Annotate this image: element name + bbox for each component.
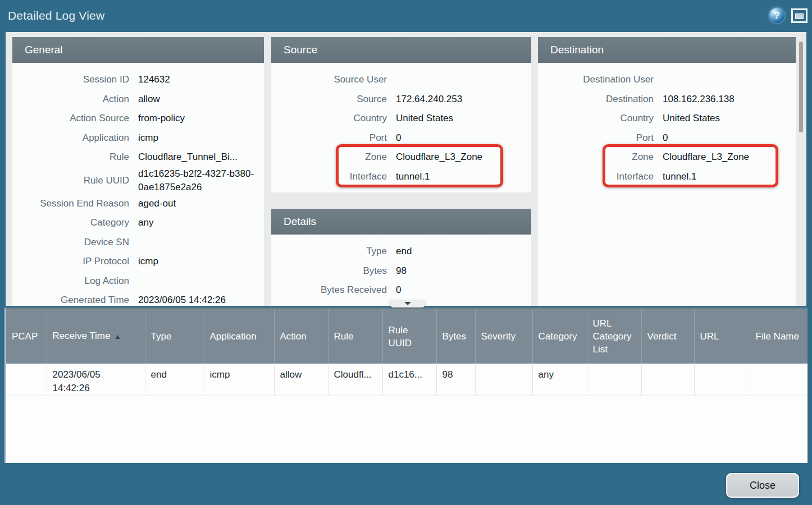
field-label: Bytes [271, 265, 387, 277]
field-value: 2023/06/05 14:42:26 [129, 293, 264, 306]
field-log-action: Log Action [12, 272, 264, 291]
column-header-category[interactable]: Category [532, 309, 587, 364]
field-destination-interface: Interface tunnel.1 [538, 167, 796, 187]
field-value: tunnel.1 [654, 170, 796, 183]
field-value: 108.162.236.138 [654, 93, 796, 106]
log-table-row[interactable]: 2023/06/05 14:42:26 end icmp allow Cloud… [6, 364, 808, 396]
field-label: Session ID [12, 74, 129, 85]
cell-rule-uuid: d1c16... [382, 364, 436, 396]
column-label: URL [700, 331, 719, 342]
field-label: Application [12, 132, 129, 144]
field-destination-address: Destination 108.162.236.138 [538, 90, 796, 109]
source-panel: Source Source User Source 172.64.240.253… [271, 37, 531, 192]
destination-panel-header: Destination [538, 37, 796, 63]
field-label: Port [538, 132, 654, 144]
field-destination-port: Port 0 [538, 128, 796, 148]
detail-panels-area: General Session ID 124632 Action allow A… [6, 32, 806, 306]
details-panel-body: Type end Bytes 98 Bytes Received 0 [271, 235, 531, 300]
help-icon[interactable]: ? [769, 8, 784, 23]
field-label: Interface [271, 171, 387, 182]
field-value: icmp [129, 255, 264, 268]
column-label: Bytes [443, 331, 467, 342]
column-header-type[interactable]: Type [145, 309, 204, 364]
field-source-country: Country United States [271, 109, 531, 128]
cell-file-name [750, 364, 808, 396]
column-label: File Name [756, 331, 799, 342]
cell-verdict [641, 364, 694, 396]
column-header-rule-uuid[interactable]: Rule UUID [382, 309, 436, 364]
field-device-sn: Device SN [12, 233, 264, 252]
cell-pcap [6, 364, 47, 396]
log-table-header-row: PCAP Receive Time▲ Type Application Acti… [6, 309, 808, 364]
column-header-rule[interactable]: Rule [328, 309, 382, 364]
field-destination-user: Destination User [538, 70, 796, 90]
column-label: Type [151, 331, 172, 342]
vertical-scrollbar-thumb[interactable] [799, 42, 803, 132]
field-label: Port [271, 132, 387, 144]
general-panel-header: General [12, 37, 264, 63]
details-panel-header: Details [271, 209, 531, 235]
field-label: Source User [271, 74, 387, 85]
field-value: icmp [129, 131, 264, 145]
field-label: Session End Reason [12, 198, 129, 209]
field-rule: Rule Cloudflare_Tunnel_Bi... [12, 148, 264, 167]
field-source-port: Port 0 [271, 128, 531, 148]
cell-action: allow [274, 364, 328, 396]
column-header-verdict[interactable]: Verdict [641, 309, 694, 364]
column-header-url-category-list[interactable]: URL Category List [587, 309, 641, 364]
field-value: United States [387, 112, 531, 125]
field-bytes: Bytes 98 [271, 261, 531, 281]
column-header-receive-time[interactable]: Receive Time▲ [47, 309, 145, 364]
cell-type: end [145, 364, 204, 396]
title-bar: Detailed Log View ? [0, 0, 812, 31]
column-label: Action [280, 331, 307, 342]
column-label: Application [210, 331, 257, 342]
sort-ascending-icon: ▲ [114, 333, 121, 341]
field-label: Zone [538, 152, 654, 163]
field-label: Device SN [12, 237, 129, 248]
field-category: Category any [12, 213, 264, 233]
column-label: Severity [481, 331, 516, 342]
field-label: Country [538, 113, 654, 124]
destination-panel-body: Destination User Destination 108.162.236… [538, 63, 796, 186]
field-rule-uuid: Rule UUID d1c16235-b2f2-4327-b380-0ae187… [12, 167, 264, 194]
field-label: Destination [538, 94, 654, 105]
column-label: Rule UUID [389, 325, 412, 348]
cell-url [694, 364, 750, 396]
field-value: tunnel.1 [387, 170, 531, 183]
field-value: Cloudflare_L3_Zone [387, 150, 531, 164]
general-panel-body: Session ID 124632 Action allow Action So… [12, 63, 264, 306]
column-header-application[interactable]: Application [204, 309, 274, 364]
field-value: d1c16235-b2f2-4327-b380-0ae1875e2a26 [129, 167, 264, 194]
cell-severity [475, 364, 532, 396]
field-label: Type [271, 246, 387, 257]
general-panel: General Session ID 124632 Action allow A… [12, 37, 264, 306]
field-type: Type end [271, 242, 531, 261]
log-table-container: PCAP Receive Time▲ Type Application Acti… [4, 307, 808, 463]
field-label: Rule UUID [12, 175, 129, 186]
column-header-url[interactable]: URL [694, 309, 750, 364]
field-source-user: Source User [271, 70, 531, 90]
column-header-file-name[interactable]: File Name [750, 309, 808, 364]
field-value: 0 [387, 131, 531, 145]
column-header-action[interactable]: Action [274, 309, 328, 364]
splitter-collapse-handle[interactable] [390, 300, 426, 307]
field-value: 98 [387, 264, 531, 278]
window-restore-icon[interactable] [791, 8, 808, 23]
column-header-bytes[interactable]: Bytes [436, 309, 475, 364]
field-value: aged-out [129, 197, 264, 210]
column-header-severity[interactable]: Severity [475, 309, 532, 364]
field-value: from-policy [129, 112, 264, 125]
field-label: Log Action [12, 276, 129, 287]
field-label: Action Source [12, 113, 129, 124]
column-label: PCAP [12, 331, 38, 342]
close-button[interactable]: Close [726, 473, 799, 498]
window-restore-icon-inner [795, 13, 804, 19]
field-label: Generated Time [12, 295, 129, 306]
field-label: Action [12, 94, 129, 105]
cell-rule: Cloudfl... [328, 364, 382, 396]
column-header-pcap[interactable]: PCAP [6, 309, 47, 364]
source-panel-body: Source User Source 172.64.240.253 Countr… [271, 63, 531, 186]
field-ip-protocol: IP Protocol icmp [12, 252, 264, 272]
field-destination-country: Country United States [538, 109, 796, 128]
